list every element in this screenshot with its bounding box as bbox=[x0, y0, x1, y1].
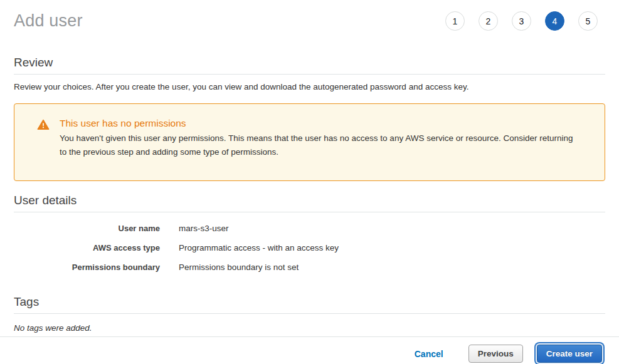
page-title: Add user bbox=[14, 11, 83, 31]
warning-title: This user has no permissions bbox=[60, 118, 581, 129]
detail-label: Permissions boundary bbox=[14, 262, 160, 273]
user-details-table: User name mars-s3-user AWS access type P… bbox=[14, 223, 605, 273]
no-permissions-warning-banner: This user has no permissions You haven't… bbox=[14, 103, 605, 181]
wizard-step-3[interactable]: 3 bbox=[512, 11, 531, 31]
add-user-wizard: Add user 1 2 3 4 5 Review Review your ch… bbox=[0, 0, 619, 364]
step-number: 3 bbox=[519, 16, 524, 26]
wizard-header: Add user 1 2 3 4 5 bbox=[0, 0, 619, 31]
detail-label: User name bbox=[14, 223, 160, 234]
step-number: 2 bbox=[486, 16, 491, 26]
step-number: 4 bbox=[553, 16, 558, 26]
review-description: Review your choices. After you create th… bbox=[14, 82, 605, 91]
wizard-step-5[interactable]: 5 bbox=[578, 11, 598, 31]
detail-value: Permissions boundary is not set bbox=[179, 262, 605, 273]
detail-row-permissions-boundary: Permissions boundary Permissions boundar… bbox=[14, 262, 605, 273]
tags-empty-message: No tags were added. bbox=[14, 323, 605, 333]
user-details-section-heading: User details bbox=[14, 194, 605, 212]
detail-value: mars-s3-user bbox=[179, 223, 605, 234]
step-number: 5 bbox=[586, 16, 591, 26]
review-section-heading: Review bbox=[14, 56, 605, 75]
wizard-step-4-active[interactable]: 4 bbox=[545, 11, 564, 31]
wizard-step-2[interactable]: 2 bbox=[479, 11, 498, 31]
tags-section-heading: Tags bbox=[14, 295, 605, 314]
warning-text-block: This user has no permissions You haven't… bbox=[60, 118, 581, 159]
warning-triangle-icon bbox=[37, 118, 50, 133]
warning-body: You haven't given this user any permissi… bbox=[60, 132, 581, 159]
detail-label: AWS access type bbox=[14, 242, 160, 253]
detail-row-user-name: User name mars-s3-user bbox=[14, 223, 605, 234]
review-content: Review Review your choices. After you cr… bbox=[0, 31, 619, 336]
detail-row-access-type: AWS access type Programmatic access - wi… bbox=[14, 242, 605, 253]
step-number: 1 bbox=[453, 16, 458, 26]
previous-button[interactable]: Previous bbox=[468, 345, 523, 363]
wizard-footer: Cancel Previous Create user bbox=[0, 336, 619, 364]
cancel-link[interactable]: Cancel bbox=[415, 349, 443, 359]
detail-value: Programmatic access - with an access key bbox=[179, 242, 605, 253]
wizard-step-1[interactable]: 1 bbox=[445, 11, 465, 31]
wizard-step-indicator: 1 2 3 4 5 bbox=[445, 11, 605, 31]
create-user-button[interactable]: Create user bbox=[537, 345, 602, 363]
